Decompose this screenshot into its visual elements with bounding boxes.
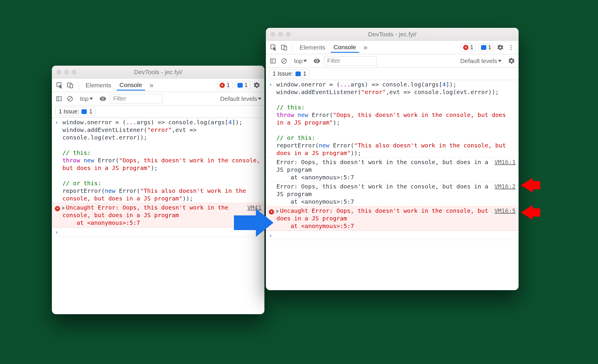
device-toggle-icon[interactable] [280,43,288,52]
console-subbar: top Default levels [52,92,264,106]
message-icon [81,109,87,114]
message-icon [295,72,301,76]
error-icon: × [220,83,225,88]
issue-chip[interactable]: 1 Issue: 1 [269,69,310,78]
inspect-icon[interactable] [269,43,278,52]
settings-icon[interactable] [253,81,261,89]
tab-console[interactable]: Console [331,42,359,53]
issue-label: 1 Issue: [273,70,293,77]
console-input-echo: › window.onerror = (...args) => console.… [52,118,264,203]
sidebar-toggle-icon[interactable] [55,95,63,103]
expand-icon[interactable] [62,206,65,210]
clear-console-icon[interactable] [280,57,288,65]
error-count: 1 [470,44,473,51]
issue-label: 1 Issue: [59,108,79,115]
clear-console-icon[interactable] [66,95,74,103]
issue-count: 1 [303,70,306,77]
svg-rect-3 [57,96,62,101]
issue-count: 1 [89,108,92,115]
kebab-menu-icon[interactable] [507,43,515,52]
svg-point-10 [510,49,512,50]
log-levels-dropdown[interactable]: Default levels [460,57,502,64]
console-log[interactable]: Error: Oops, this doesn't work in the co… [266,182,519,206]
tab-elements[interactable]: Elements [297,42,328,53]
console-output: › window.onerror = (...args) => console.… [266,80,519,290]
sidebar-toggle-icon[interactable] [269,57,277,65]
log-text: Error: Oops, this doesn't work in the co… [275,183,489,205]
error-badge[interactable]: ×1 [461,43,476,51]
code-block[interactable]: window.onerror = (...args) => console.lo… [61,118,261,202]
window-controls[interactable] [57,70,77,74]
live-expression-icon[interactable] [99,95,107,103]
console-input-echo: › window.onerror = (...args) => console.… [266,80,519,157]
source-link[interactable]: VM16:1 [489,158,516,181]
settings-icon[interactable] [507,57,516,65]
message-icon [481,45,486,50]
message-badge[interactable]: 1 [235,81,250,89]
window-title: DevTools - jec.fyi/ [368,31,417,38]
live-expression-icon[interactable] [313,57,321,65]
error-text: Uncaught Error: Oops, this doesn't work … [62,204,232,226]
error-count: 1 [227,82,230,89]
window-title: DevTools - jec.fyi/ [134,69,182,76]
main-toolbar: Elements Console » ×1 1 [52,79,264,92]
filter-input[interactable] [110,94,163,103]
console-subbar: top Default levels [266,54,519,68]
error-icon: × [55,206,60,211]
arrow-left-icon [521,205,533,220]
message-badge[interactable]: 1 [478,43,494,51]
svg-point-9 [510,47,512,48]
window-titlebar: DevTools - jec.fyi/ [266,28,519,41]
devtools-window-before: DevTools - jec.fyi/ Elements Console » ×… [52,66,264,314]
expand-icon[interactable] [276,210,279,213]
settings-icon[interactable] [496,43,504,52]
error-icon: × [463,45,468,50]
tab-console[interactable]: Console [117,80,145,91]
source-link[interactable]: VM16:5 [489,207,516,230]
svg-rect-7 [284,46,287,50]
context-selector[interactable]: top [294,57,307,64]
error-badge[interactable]: ×1 [217,81,232,89]
filter-input[interactable] [324,56,377,66]
inspect-icon[interactable] [55,81,64,89]
log-text: Error: Oops, this doesn't work in the co… [275,158,489,181]
more-tabs-icon[interactable]: » [147,81,156,89]
message-icon [237,83,243,88]
message-count: 1 [244,82,248,89]
issue-chip[interactable]: 1 Issue: 1 [55,107,96,116]
main-toolbar: Elements Console » ×1 1 [266,41,519,54]
console-prompt[interactable]: › [52,227,264,237]
console-output: › window.onerror = (...args) => console.… [52,118,264,314]
console-error[interactable]: × Uncaught Error: Oops, this doesn't wor… [266,206,519,231]
window-controls[interactable] [271,32,290,37]
error-text: Uncaught Error: Oops, this doesn't work … [276,207,492,229]
arrow-right-icon [256,209,273,237]
log-levels-dropdown[interactable]: Default levels [220,95,261,102]
arrow-left-icon [521,178,533,193]
console-error[interactable]: × Uncaught Error: Oops, this doesn't wor… [52,203,264,227]
svg-rect-11 [271,59,276,63]
svg-point-8 [510,45,512,46]
devtools-window-after: DevTools - jec.fyi/ Elements Console » ×… [266,28,519,290]
issue-bar: 1 Issue: 1 [52,106,264,118]
console-log[interactable]: Error: Oops, this doesn't work in the co… [266,157,519,182]
issue-bar: 1 Issue: 1 [266,68,519,80]
window-titlebar: DevTools - jec.fyi/ [52,66,264,79]
source-link[interactable]: VM16:2 [489,183,516,205]
more-tabs-icon[interactable]: » [361,43,370,52]
message-count: 1 [488,44,491,51]
device-toggle-icon[interactable] [66,81,74,89]
context-selector[interactable]: top [80,95,93,102]
code-block[interactable]: window.onerror = (...args) => console.lo… [275,81,516,157]
tab-elements[interactable]: Elements [83,80,114,91]
console-prompt[interactable]: › [266,231,519,240]
svg-rect-2 [70,84,73,88]
